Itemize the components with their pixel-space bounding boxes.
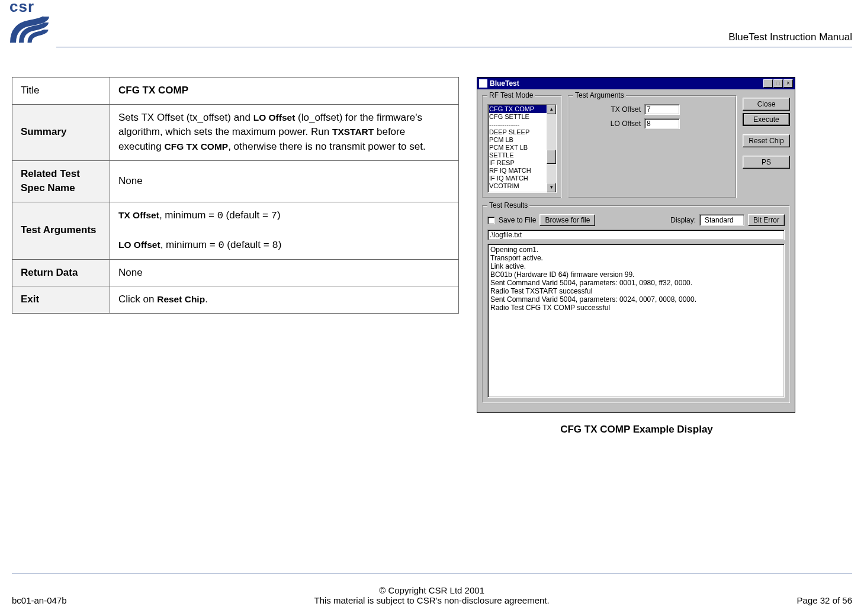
results-output: Opening com1. Transport active. Link act… [487,244,785,398]
rf-mode-label: RF Test Mode [487,91,535,99]
rf-mode-items: CFG TX COMPCFG SETTLE--------------DEEP … [488,105,556,190]
save-to-file-label: Save to File [499,216,536,224]
lo-offset-input[interactable]: 8 [644,118,680,129]
save-to-file-checkbox[interactable] [487,217,495,224]
spec-testargs-label: Test Arguments [12,202,110,259]
window-title: BlueTest [490,79,519,88]
rf-mode-listbox[interactable]: CFG TX COMPCFG SETTLE--------------DEEP … [487,104,557,193]
rf-test-mode-group: RF Test Mode CFG TX COMPCFG SETTLE------… [482,95,562,198]
browse-button[interactable]: Browse for file [539,214,595,226]
scroll-up-icon[interactable]: ▴ [547,105,556,114]
reset-chip-button[interactable]: Reset Chip [743,134,790,147]
minimize-icon[interactable]: _ [763,79,773,88]
spec-table: Title CFG TX COMP Summary Sets TX Offset… [12,77,459,314]
test-args-label: Test Arguments [573,91,626,99]
spec-return-label: Return Data [12,259,110,286]
app-icon [479,79,487,88]
close-icon[interactable]: × [783,79,793,88]
bluetest-window: BlueTest _ □ × RF Test Mode CFG TX COMPC… [477,77,795,413]
test-results-label: Test Results [487,201,529,209]
page-footer: bc01-an-047b © Copyright CSR Ltd 2001 Th… [12,573,852,605]
titlebar: BlueTest _ □ × [477,78,795,89]
test-arguments-group: Test Arguments TX Offset 7 LO Offset 8 [568,95,737,198]
close-button[interactable]: Close [743,98,790,111]
lo-offset-label: LO Offset [573,120,644,128]
spec-testargs-value: TX Offset, minimum = 0 (default = 7)LO O… [110,202,459,259]
copyright: © Copyright CSR Ltd 2001 [67,585,797,595]
nda-text: This material is subject to CSR's non-di… [67,595,797,605]
tx-offset-input[interactable]: 7 [644,104,680,115]
spec-related-label: Related Test Spec Name [12,160,110,202]
document-title: BlueTest Instruction Manual [728,31,852,43]
scroll-down-icon[interactable]: ▾ [547,183,556,192]
display-select[interactable]: Standard [699,214,744,226]
spec-summary-value: Sets TX Offset (tx_offset) and LO Offset… [110,104,459,160]
csr-logo: csr [6,0,53,45]
logfile-input[interactable]: .\logfile.txt [487,230,785,240]
spec-exit-value: Click on Reset Chip. [110,286,459,314]
display-label: Display: [670,216,696,224]
scroll-thumb[interactable] [547,150,556,164]
spec-related-value: None [110,160,459,202]
spec-exit-label: Exit [12,286,110,314]
spec-title-value: CFG TX COMP [110,78,459,105]
spec-return-value: None [110,259,459,286]
doc-code: bc01-an-047b [12,595,67,605]
ps-button[interactable]: PS [743,156,790,169]
scrollbar[interactable]: ▴ ▾ [547,105,556,192]
page-number: Page 32 of 56 [797,595,852,605]
tx-offset-label: TX Offset [573,105,644,114]
test-results-group: Test Results Save to File Browse for fil… [482,205,790,403]
svg-text:csr: csr [9,0,34,15]
bit-error-button[interactable]: Bit Error [748,214,785,226]
maximize-icon[interactable]: □ [773,79,783,88]
screenshot-caption: CFG TX COMP Example Display [477,424,796,436]
execute-button[interactable]: Execute [743,113,790,126]
spec-summary-label: Summary [12,104,110,160]
page-header: csr BlueTest Instruction Manual [56,0,852,47]
spec-title-label: Title [12,78,110,105]
